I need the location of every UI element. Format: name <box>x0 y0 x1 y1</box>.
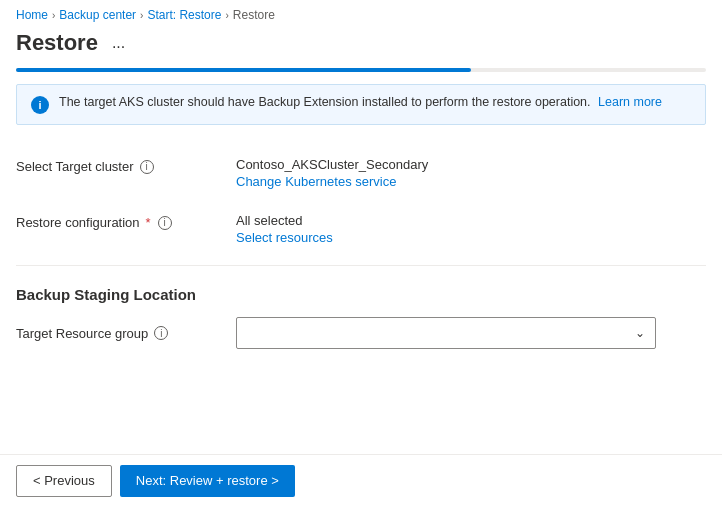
resource-group-label: Target Resource group <box>16 326 148 341</box>
resource-group-info-icon[interactable]: i <box>154 326 168 340</box>
breadcrumb-home[interactable]: Home <box>16 8 48 22</box>
resource-group-label-group: Target Resource group i <box>16 326 236 341</box>
breadcrumb-backup-center[interactable]: Backup center <box>59 8 136 22</box>
previous-button[interactable]: < Previous <box>16 465 112 497</box>
restore-config-info-icon[interactable]: i <box>158 216 172 230</box>
chevron-down-icon: ⌄ <box>635 326 645 340</box>
target-cluster-row: Select Target cluster i Contoso_AKSClust… <box>16 145 706 201</box>
breadcrumb-chevron-1: › <box>52 10 55 21</box>
ellipsis-button[interactable]: ... <box>106 32 131 54</box>
restore-config-value: All selected <box>236 213 706 228</box>
page-title: Restore <box>16 30 98 56</box>
breadcrumb: Home › Backup center › Start: Restore › … <box>0 0 722 26</box>
target-cluster-value-group: Contoso_AKSCluster_Secondary Change Kube… <box>236 157 706 189</box>
restore-config-label-group: Restore configuration * i <box>16 213 236 230</box>
breadcrumb-current: Restore <box>233 8 275 22</box>
learn-more-link[interactable]: Learn more <box>598 95 662 109</box>
required-star: * <box>146 215 151 230</box>
staging-section: Backup Staging Location Target Resource … <box>0 274 722 357</box>
next-button[interactable]: Next: Review + restore > <box>120 465 295 497</box>
change-kubernetes-link[interactable]: Change Kubernetes service <box>236 174 706 189</box>
target-cluster-label-group: Select Target cluster i <box>16 157 236 174</box>
restore-config-value-group: All selected Select resources <box>236 213 706 245</box>
info-banner: i The target AKS cluster should have Bac… <box>16 84 706 125</box>
progress-bar-fill <box>16 68 471 72</box>
cluster-name: Contoso_AKSCluster_Secondary <box>236 157 706 172</box>
form-section: Select Target cluster i Contoso_AKSClust… <box>0 145 722 257</box>
resource-group-dropdown[interactable]: ⌄ <box>236 317 656 349</box>
breadcrumb-start-restore[interactable]: Start: Restore <box>147 8 221 22</box>
info-icon: i <box>31 96 49 114</box>
select-resources-link[interactable]: Select resources <box>236 230 706 245</box>
staging-title: Backup Staging Location <box>16 286 706 303</box>
progress-bar-container <box>16 68 706 72</box>
footer: < Previous Next: Review + restore > <box>0 454 722 506</box>
target-cluster-label: Select Target cluster <box>16 159 134 174</box>
info-banner-text: The target AKS cluster should have Backu… <box>59 95 662 109</box>
page-title-container: Restore ... <box>0 26 722 68</box>
restore-config-row: Restore configuration * i All selected S… <box>16 201 706 257</box>
breadcrumb-chevron-2: › <box>140 10 143 21</box>
target-cluster-info-icon[interactable]: i <box>140 160 154 174</box>
restore-config-label: Restore configuration <box>16 215 140 230</box>
staging-row: Target Resource group i ⌄ <box>16 317 706 349</box>
breadcrumb-chevron-3: › <box>225 10 228 21</box>
section-divider <box>16 265 706 266</box>
